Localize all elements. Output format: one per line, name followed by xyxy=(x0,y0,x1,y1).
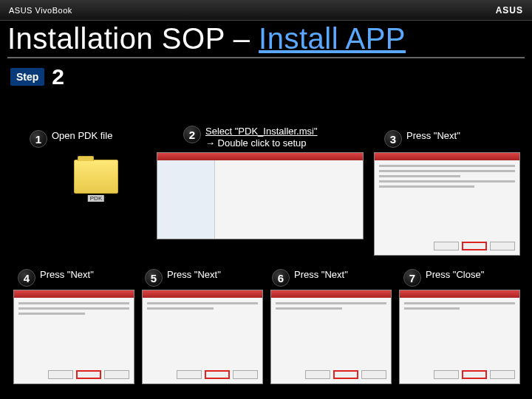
badge-7: 7 xyxy=(403,269,421,287)
step-indicator: Step 2 xyxy=(10,64,532,89)
slide: ASUS VivoBook ASUS Installation SOP – In… xyxy=(0,0,532,399)
screenshot-explorer xyxy=(157,152,364,239)
screenshot-step5 xyxy=(142,290,263,384)
badge-4: 4 xyxy=(18,269,35,287)
badge-3: 3 xyxy=(384,130,402,148)
title-accent: Install APP xyxy=(259,22,406,55)
item-6-text: Press "Next" xyxy=(294,269,348,281)
brand-bar: ASUS VivoBook ASUS xyxy=(0,0,532,21)
item-7-text: Press "Close" xyxy=(426,269,484,281)
item-1: 1 Open PDK file xyxy=(30,130,112,148)
item-4-text: Press "Next" xyxy=(40,269,94,281)
folder-label: PDK xyxy=(88,195,104,202)
item-2-line1: Select "PDK_Installer.msi" xyxy=(205,126,318,137)
folder-icon: PDK xyxy=(74,160,118,194)
item-7: 7 Press "Close" xyxy=(403,269,484,287)
screenshot-wizard-welcome xyxy=(374,152,520,256)
step-number: 2 xyxy=(52,64,64,89)
brand-logo: ASUS xyxy=(496,5,523,16)
item-5: 5 Press "Next" xyxy=(145,269,221,287)
screenshot-step4 xyxy=(13,290,134,384)
title-wrap: Installation SOP – Install APP xyxy=(0,21,532,58)
badge-6: 6 xyxy=(272,269,290,287)
title-plain: Installation SOP – xyxy=(7,22,259,55)
step-label: Step xyxy=(10,68,44,86)
item-6: 6 Press "Next" xyxy=(272,269,348,287)
item-1-text: Open PDK file xyxy=(52,130,112,142)
item-2: 2 Select "PDK_Installer.msi" → Double cl… xyxy=(183,126,318,150)
brand-product: ASUS VivoBook xyxy=(9,6,72,15)
item-2-line2: → Double click to setup xyxy=(205,137,307,149)
item-3: 3 Press "Next" xyxy=(384,130,460,148)
item-3-text: Press "Next" xyxy=(406,130,460,142)
screenshot-step7 xyxy=(399,290,520,384)
badge-1: 1 xyxy=(30,130,47,148)
slide-title: Installation SOP – Install APP xyxy=(7,22,525,58)
item-4: 4 Press "Next" xyxy=(18,269,94,287)
badge-2: 2 xyxy=(183,126,201,143)
item-5-text: Press "Next" xyxy=(167,269,221,281)
badge-5: 5 xyxy=(145,269,163,287)
item-2-text: Select "PDK_Installer.msi" → Double clic… xyxy=(205,126,318,150)
screenshot-step6 xyxy=(270,290,392,384)
